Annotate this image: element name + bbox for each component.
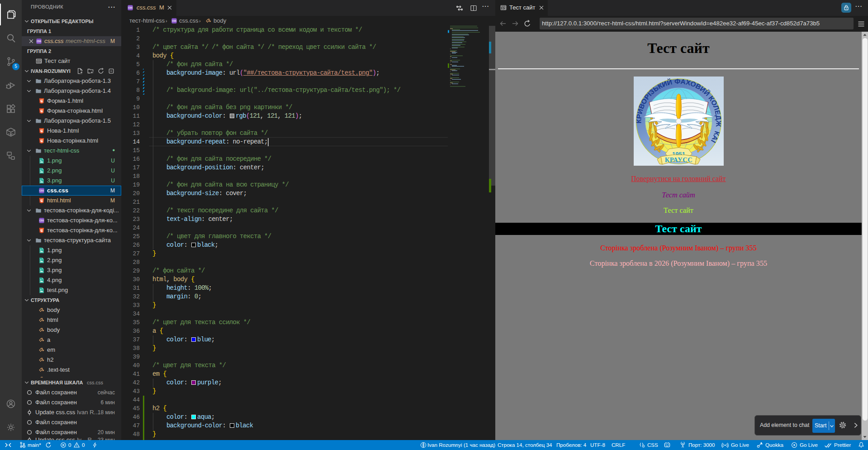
svg-text:КРАУСС: КРАУСС (665, 156, 693, 163)
